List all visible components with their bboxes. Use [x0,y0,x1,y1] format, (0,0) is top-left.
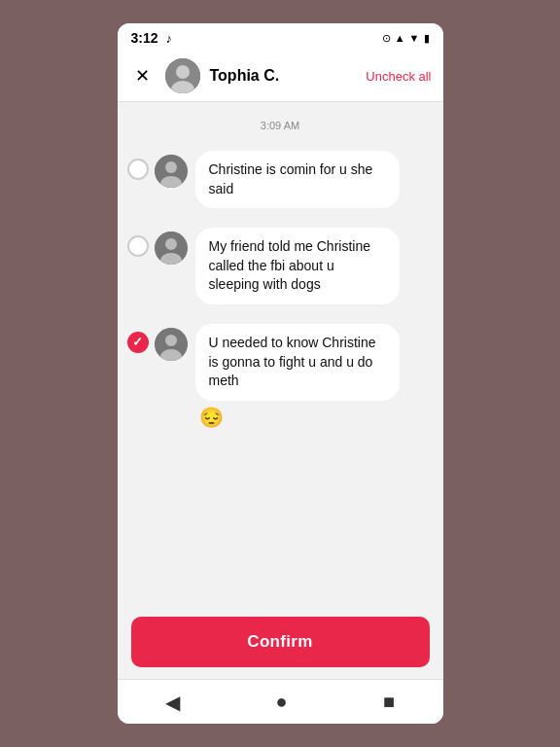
bottom-nav: ◀ ● ■ [118,679,443,724]
svg-point-1 [176,65,190,79]
message-content-2: My friend told me Christine called the f… [195,228,434,304]
uncheck-all-button[interactable]: Uncheck all [366,69,431,84]
svg-point-10 [165,335,177,346]
battery-icon: ▮ [424,32,430,45]
confirm-area: Confirm [118,605,443,679]
signal-icon: ▼ [409,32,420,44]
message-row: Christine is comin for u she said [118,147,443,212]
sender-avatar-2 [155,231,188,265]
header-avatar [165,58,200,93]
status-icons: ⊙ ▲ ▼ ▮ [382,32,430,45]
chat-partner-name: Tophia C. [210,67,357,85]
message-checkbox-1[interactable] [127,159,149,180]
home-button[interactable]: ● [275,691,287,713]
location-icon: ⊙ [382,32,391,45]
status-bar: 3:12 ♪ ⊙ ▲ ▼ ▮ [118,23,443,51]
sender-avatar-3 [155,328,188,361]
chat-header: ✕ Tophia C. Uncheck all [118,51,443,102]
tiktok-icon: ♪ [166,31,173,46]
svg-point-7 [165,238,177,250]
sender-avatar-1 [155,155,188,188]
wifi-icon: ▲ [395,32,405,44]
message-content-3: U needed to know Christine is gonna to f… [195,324,434,429]
phone-frame: 3:12 ♪ ⊙ ▲ ▼ ▮ ✕ Tophia C. Uncheck all 3… [118,23,443,724]
chat-timestamp: 3:09 AM [118,120,443,131]
back-button[interactable]: ◀ [165,691,180,714]
message-bubble-2: My friend told me Christine called the f… [195,228,400,304]
message-bubble-1: Christine is comin for u she said [195,151,400,208]
message-row: U needed to know Christine is gonna to f… [118,320,443,433]
svg-point-4 [165,161,177,173]
message-checkbox-3[interactable] [127,332,149,353]
status-time: 3:12 [131,30,158,46]
emoji-icon: 😔 [199,407,224,428]
confirm-button[interactable]: Confirm [131,617,430,667]
message-row: My friend told me Christine called the f… [118,224,443,308]
message-content-1: Christine is comin for u she said [195,151,434,208]
recents-button[interactable]: ■ [383,691,395,713]
message-bubble-3: U needed to know Christine is gonna to f… [195,324,400,401]
chat-area: 3:09 AM Christine is comin for u she sai… [118,102,443,605]
message-checkbox-2[interactable] [127,235,149,257]
message-emoji-3: 😔 [195,406,434,429]
close-button[interactable]: ✕ [129,63,156,89]
